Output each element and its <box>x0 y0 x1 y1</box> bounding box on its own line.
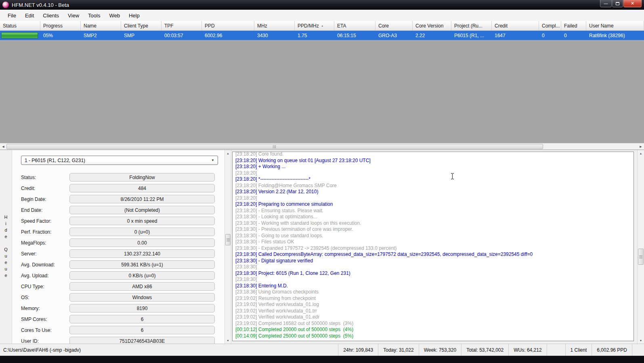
col-header-tpf[interactable]: TPF <box>162 21 202 30</box>
h-scroll-track[interactable] <box>6 144 638 150</box>
menu-view[interactable]: View <box>63 10 84 21</box>
statusbar-spacer <box>547 344 565 356</box>
cell-name: SMP2 <box>81 31 121 40</box>
log-line: [23:19:02] Resuming from checkpoint <box>235 295 634 302</box>
log-line: [23:18:36] Using Gromacs checkpoints <box>235 289 634 295</box>
close-button[interactable]: ✕ <box>623 0 642 7</box>
client-row[interactable]: 05% SMP2 SMP 00:03:57 6002.96 3430 1.75 … <box>0 31 644 40</box>
col-header-user-name[interactable]: User Name <box>586 21 644 30</box>
queue-field-value: 6 <box>69 326 215 334</box>
app-icon <box>2 2 9 8</box>
grip-icon <box>273 145 276 148</box>
menu-help[interactable]: Help <box>124 10 144 21</box>
queue-selector-dropdown[interactable]: 1 - P6015 (R1, C122, G231) ▼ <box>21 156 218 165</box>
col-header-credit[interactable]: Credit <box>492 21 539 30</box>
text-cursor-icon <box>451 173 454 179</box>
log-line: [23:18:20] + Working ... <box>235 164 634 170</box>
scroll-left-button[interactable]: ◀ <box>0 144 6 150</box>
queue-scroll-track[interactable] <box>225 156 231 337</box>
log-scroll-thumb[interactable] <box>638 249 644 265</box>
queue-field-value: 599.361 KB/s (u=1) <box>69 260 215 269</box>
scroll-left-icon: ◀ <box>2 145 4 148</box>
queue-field-value: AMD x86 <box>69 282 215 291</box>
queue-field-value: 8/26/2010 11:22 PM <box>69 195 215 203</box>
window-title: HFM.NET v0.4.10 - Beta <box>12 2 69 8</box>
queue-field-row: Begin Date: 8/26/2010 11:22 PM <box>21 194 224 205</box>
statusbar-wus: WUs: 64,212 <box>508 344 546 356</box>
queue-scroll-up-button[interactable]: ▲ <box>225 150 231 156</box>
log-line: [23:18:30] <box>235 264 634 270</box>
col-header-completed[interactable]: Compl... <box>539 21 561 30</box>
queue-field-value: 0 x min speed <box>69 217 215 225</box>
queue-panel: 1 - P6015 (R1, C122, G231) ▼ Status: Fol… <box>12 150 224 344</box>
menu-clients[interactable]: Clients <box>38 10 63 21</box>
queue-field-label: Perf. Fraction: <box>21 229 69 235</box>
scroll-up-icon: ▲ <box>227 152 229 155</box>
queue-field-label: Credit: <box>21 186 69 191</box>
col-header-failed[interactable]: Failed <box>561 21 586 30</box>
queue-fields: Status: FoldingNow Credit: 484 Begin Dat… <box>21 172 224 344</box>
menu-file[interactable]: File <box>3 10 21 21</box>
col-header-name[interactable]: Name <box>81 21 121 30</box>
log-scroll-track[interactable] <box>638 156 644 337</box>
col-header-eta[interactable]: ETA <box>334 21 375 30</box>
statusbar-client-path: C:\Users\Dave\FAH6 (-smp -bigadv) <box>0 344 338 356</box>
cell-mhz: 3430 <box>254 31 295 40</box>
log-line: [23:18:30] - Previous termination of cor… <box>235 226 634 233</box>
cell-user-name: Rat6fink (38296) <box>586 31 644 40</box>
taskbar-strip <box>0 356 644 363</box>
queue-field-row: Avg. Download: 599.361 KB/s (u=1) <box>21 259 224 270</box>
log-line: [23:18:20] Version 2.22 (Mar 12, 2010) <box>235 189 634 195</box>
col-header-mhz[interactable]: MHz <box>254 21 295 30</box>
cell-core-version: 2.22 <box>413 31 451 40</box>
cell-completed: 0 <box>539 31 561 40</box>
log-line: [23:18:30] - Going to use standard loops… <box>235 233 634 239</box>
queue-scroll-down-button[interactable]: ▼ <box>225 337 231 344</box>
log-line: [23:18:30] - Working with standard loops… <box>235 220 634 227</box>
queue-field-value: 0 KB/s (u=0) <box>69 271 215 280</box>
col-header-ppd-mhz-label: PPD/MHz <box>298 23 319 29</box>
col-header-project[interactable]: Project (Ru... <box>451 21 492 30</box>
queue-field-row: Perf. Fraction: 0 (u=0) <box>21 226 224 237</box>
col-header-ppd-mhz[interactable]: PPD/MHz ▲ <box>295 21 334 30</box>
log-line: [23:18:30] - Digital signature verified <box>235 258 634 264</box>
statusbar-24hr: 24hr: 109,843 <box>338 344 378 356</box>
col-header-progress[interactable]: Progress <box>40 21 81 30</box>
grid-empty-area <box>0 40 644 143</box>
col-header-status[interactable]: Status <box>0 21 40 30</box>
queue-field-row: Avg. Upload: 0 KB/s (u=0) <box>21 270 224 281</box>
log-scroll-down-button[interactable]: ▼ <box>638 337 644 344</box>
log-scroll-up-button[interactable]: ▲ <box>638 150 644 156</box>
col-header-client-type[interactable]: Client Type <box>121 21 162 30</box>
scroll-right-button[interactable]: ▶ <box>638 144 644 150</box>
log-line: [23:18:30] - Expanded 1797572 -> 2392545… <box>235 245 634 252</box>
cell-credit: 1647 <box>492 31 539 40</box>
log-line: [23:18:30] <box>235 276 634 283</box>
queue-scroll-thumb[interactable] <box>225 234 231 245</box>
menu-web[interactable]: Web <box>105 10 124 21</box>
log-line: [23:18:30] Entering M.D. <box>235 283 634 289</box>
log-line: [23:19:02] Verified work/wudata_01.trr <box>235 308 634 314</box>
log-lines: [23:18:20] Core found. [23:18:20] Workin… <box>235 152 634 339</box>
minimize-icon: — <box>604 1 608 6</box>
log-line: [23:19:02] Completed 16582 out of 500000… <box>235 321 634 327</box>
minimize-button[interactable]: — <box>600 0 612 7</box>
queue-field-row: MegaFlops: 0.00 <box>21 237 224 248</box>
cell-client-type: SMP <box>121 31 162 40</box>
col-header-core[interactable]: Core <box>375 21 413 30</box>
log-scrollbar: ▲ ▼ <box>637 150 644 344</box>
menu-tools[interactable]: Tools <box>84 10 105 21</box>
h-scroll-thumb[interactable] <box>6 144 543 149</box>
menu-edit[interactable]: Edit <box>21 10 38 21</box>
queue-field-row: OS: Windows <box>21 292 224 303</box>
queue-field-row: Server: 130.237.232.140 <box>21 248 224 259</box>
cell-ppd-mhz: 1.75 <box>295 31 334 40</box>
col-header-ppd[interactable]: PPD <box>202 21 254 30</box>
statusbar-resize-grip <box>632 344 644 356</box>
queue-field-label: End Date: <box>21 207 69 213</box>
col-header-core-version[interactable]: Core Version <box>413 21 451 30</box>
maximize-button[interactable] <box>612 0 623 7</box>
hide-queue-button[interactable]: Hide Queue <box>0 150 12 344</box>
log-line: [23:18:30] Project: 6015 (Run 1, Clone 1… <box>235 270 634 277</box>
log-viewer[interactable]: [23:18:20] Core found. [23:18:20] Workin… <box>232 152 634 341</box>
